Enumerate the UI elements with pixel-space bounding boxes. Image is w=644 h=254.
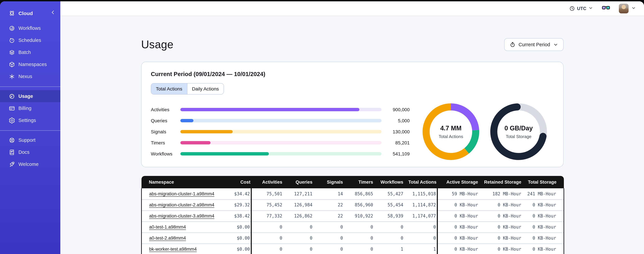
activities-cell: 0 <box>251 222 283 232</box>
namespace-link[interactable]: abs-migration-cluster-3.a98mm4 <box>149 214 214 218</box>
chevron-down-icon <box>553 42 558 47</box>
workflows-cell: 55,427 <box>374 188 404 200</box>
sidebar-item-welcome[interactable]: Welcome <box>0 158 60 170</box>
queries-cell: 0 <box>283 244 313 254</box>
workflows-cell: 1 <box>374 244 404 254</box>
table-row: a0-test-1.a98mm4 $0.00 0 0 0 0 0 0 0 KB-… <box>142 222 564 232</box>
sidebar-item-nexus[interactable]: Nexus <box>0 70 60 82</box>
active-storage-cell: 0 KB-Hour <box>437 232 479 244</box>
total-actions-cell: 1,114,872 <box>404 200 437 210</box>
sidebar-item-namespaces[interactable]: Namespaces <box>0 58 60 70</box>
timezone-selector[interactable]: UTC <box>570 6 593 12</box>
sidebar-item-settings[interactable]: Settings <box>0 114 60 126</box>
timers-cell: 0 <box>344 232 374 244</box>
cost-cell: $34.42 <box>216 188 251 200</box>
timers-cell: 910,922 <box>344 210 374 222</box>
topbar: UTC <box>60 1 644 16</box>
chevron-down-icon <box>631 6 636 12</box>
sidebar-item-usage[interactable]: Usage <box>0 90 60 102</box>
stopwatch-icon <box>510 42 516 48</box>
active-storage-cell: 0 KB-Hour <box>437 210 479 222</box>
retained-storage-cell: 0 KB-Hour <box>479 222 522 232</box>
sidebar-item-support[interactable]: Support <box>0 134 60 146</box>
total-storage-cell: 0 KB-Hour <box>522 210 564 222</box>
cost-cell: $29.32 <box>216 200 251 210</box>
total-storage-cell: 0 KB-Hour <box>522 200 564 210</box>
chevron-down-icon <box>588 6 593 12</box>
namespace-link[interactable]: abs-migration-cluster-2.a98mm4 <box>149 202 214 208</box>
bar-fill <box>180 130 233 133</box>
workflows-cell: 0 <box>374 232 404 244</box>
activities-cell: 75,501 <box>251 188 283 200</box>
sidebar-header: Cloud <box>0 7 60 19</box>
signals-cell: 22 <box>313 200 344 210</box>
sidebar: Cloud Workflows Schedules Batch <box>0 1 60 254</box>
sidebar-item-workflows[interactable]: Workflows <box>0 22 60 34</box>
signals-cell: 0 <box>313 232 344 244</box>
namespaces-cube-icon <box>9 61 15 68</box>
timers-cell: 0 <box>344 222 374 232</box>
schedules-icon <box>9 37 15 44</box>
actions-view-toggle: Total Actions Daily Actions <box>151 83 224 94</box>
namespace-link[interactable]: abs-migration-cluster-1.a98mm4 <box>149 191 214 196</box>
cost-cell: $38.42 <box>216 210 251 222</box>
queries-cell: 126,862 <box>283 210 313 222</box>
total-actions-cell: 1,115,018 <box>404 188 437 200</box>
bar-track <box>180 130 382 133</box>
activities-cell: 77,332 <box>251 210 283 222</box>
table-row: bk-worker-test.a98mm4 $0.00 0 0 0 0 1 1 … <box>142 244 564 254</box>
content: Usage Current Period Current Period (09/… <box>60 16 644 254</box>
retained-storage-cell: 0 KB-Hour <box>479 244 522 254</box>
docs-book-icon <box>9 149 15 155</box>
sidebar-divider <box>0 86 60 87</box>
signals-cell: 0 <box>313 222 344 232</box>
namespace-link[interactable]: a0-test-1.a98mm4 <box>149 224 186 230</box>
main-area: UTC Usage <box>60 1 644 254</box>
sidebar-item-schedules[interactable]: Schedules <box>0 34 60 46</box>
total-storage-cell: 0 KB-Hour <box>522 244 564 254</box>
cost-cell: $0.00 <box>216 232 251 244</box>
settings-gear-icon <box>9 117 15 124</box>
sidebar-item-billing[interactable]: Billing <box>0 102 60 114</box>
batch-layers-icon <box>9 49 15 56</box>
clock-icon <box>570 6 575 12</box>
workflows-icon <box>9 25 15 31</box>
table-row: abs-migration-cluster-3.a98mm4 $38.42 77… <box>142 210 564 222</box>
activities-cell: 0 <box>251 232 283 244</box>
sidebar-item-docs[interactable]: Docs <box>0 146 60 158</box>
tab-total-actions[interactable]: Total Actions <box>151 84 187 94</box>
queries-cell: 0 <box>283 222 313 232</box>
bar-fill <box>180 152 269 156</box>
queries-cell: 127,211 <box>283 188 313 200</box>
glasses-icon[interactable] <box>602 5 610 12</box>
bar-row: Queries 5,000 <box>151 115 410 126</box>
nexus-asterisk-icon <box>9 73 15 80</box>
page-title: Usage <box>141 38 174 51</box>
total-actions-cell: 1,174,077 <box>404 210 437 222</box>
namespace-link[interactable]: a0-test-2.a98mm4 <box>149 236 186 240</box>
retained-storage-cell: 182 MB-Hour <box>479 188 522 200</box>
active-storage-cell: 0 KB-Hour <box>437 222 479 232</box>
bar-track <box>180 108 382 111</box>
avatar <box>619 4 628 14</box>
support-lifebuoy-icon <box>9 137 15 143</box>
total-actions-cell: 0 <box>404 232 437 244</box>
sidebar-collapse-button[interactable] <box>50 10 56 16</box>
bar-fill <box>180 141 210 144</box>
workflows-cell: 58,939 <box>374 210 404 222</box>
timers-cell: 0 <box>344 244 374 254</box>
signals-cell: 0 <box>313 244 344 254</box>
user-menu[interactable] <box>619 4 636 14</box>
queries-cell: 126,984 <box>283 200 313 210</box>
table-row: a0-test-2.a98mm4 $0.00 0 0 0 0 0 0 0 KB-… <box>142 232 564 244</box>
table-row: abs-migration-cluster-1.a98mm4 $34.42 75… <box>142 188 564 200</box>
table-row: abs-migration-cluster-2.a98mm4 $29.32 75… <box>142 200 564 210</box>
period-dropdown-button[interactable]: Current Period <box>504 38 564 51</box>
namespace-link[interactable]: bk-worker-test.a98mm4 <box>149 247 197 252</box>
bar-fill <box>180 108 360 111</box>
sidebar-item-batch[interactable]: Batch <box>0 46 60 58</box>
retained-storage-cell: 0 KB-Hour <box>479 232 522 244</box>
app-window: Cloud Workflows Schedules Batch <box>0 1 644 254</box>
queries-cell: 0 <box>283 232 313 244</box>
tab-daily-actions[interactable]: Daily Actions <box>187 84 224 94</box>
